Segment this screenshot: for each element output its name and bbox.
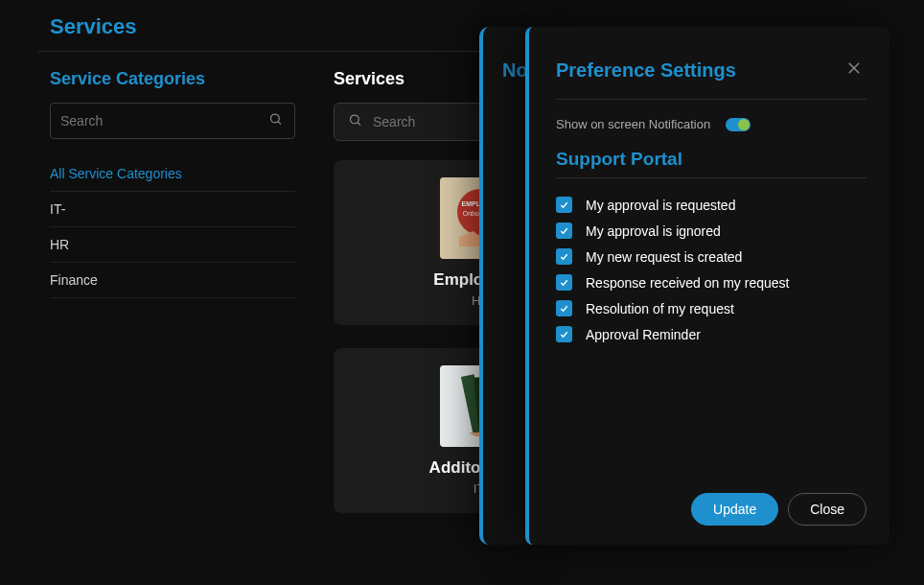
close-button[interactable]: Close — [788, 493, 866, 526]
search-icon — [268, 112, 283, 130]
sidebar-item-finance[interactable]: Finance — [50, 263, 295, 298]
checkbox-resolution[interactable] — [556, 300, 572, 316]
update-button[interactable]: Update — [691, 493, 778, 526]
close-icon[interactable] — [842, 56, 866, 85]
checkbox-approval-ignored[interactable] — [556, 222, 572, 239]
sidebar-item-it[interactable]: IT- — [50, 192, 295, 227]
checkbox-label: My new request is created — [586, 249, 742, 265]
notification-toggle[interactable] — [726, 118, 751, 131]
divider — [556, 177, 866, 178]
divider — [556, 99, 866, 100]
search-icon — [348, 113, 362, 131]
toggle-label: Show on screen Notification — [556, 117, 710, 131]
checkbox-row: My approval is requested — [556, 192, 866, 218]
checkbox-label: Resolution of my request — [586, 301, 734, 316]
checkbox-approval-requested[interactable] — [556, 197, 572, 213]
checkbox-row: My new request is created — [556, 244, 866, 269]
svg-point-0 — [271, 114, 280, 123]
checkbox-label: My approval is requested — [586, 198, 735, 213]
checkbox-row: Approval Reminder — [556, 321, 866, 347]
sidebar: Service Categories All Service Categorie… — [38, 52, 307, 536]
section-title: Support Portal — [556, 149, 866, 170]
checkbox-row: Response received on my request — [556, 269, 866, 295]
checkbox-new-request[interactable] — [556, 248, 572, 265]
checkbox-row: Resolution of my request — [556, 295, 866, 321]
modal-title: Preference Settings — [556, 59, 736, 82]
checkbox-response-received[interactable] — [556, 274, 572, 291]
modal-header: Preference Settings — [556, 56, 866, 85]
sidebar-search-input[interactable] — [60, 113, 260, 129]
sidebar-title: Service Categories — [50, 69, 295, 89]
checkbox-approval-reminder[interactable] — [556, 326, 572, 342]
checkbox-row: My approval is ignored — [556, 218, 866, 244]
preference-modal: Preference Settings Show on screen Notif… — [525, 27, 889, 545]
toggle-row: Show on screen Notification — [556, 117, 866, 131]
svg-line-3 — [358, 123, 360, 126]
modal-footer: Update Close — [556, 493, 866, 526]
sidebar-item-all[interactable]: All Service Categories — [50, 156, 295, 192]
sidebar-item-hr[interactable]: HR — [50, 227, 295, 263]
checkbox-label: Response received on my request — [586, 275, 789, 291]
checkbox-label: My approval is ignored — [586, 223, 721, 239]
checkbox-label: Approval Reminder — [586, 327, 701, 342]
svg-line-1 — [278, 122, 281, 125]
sidebar-search[interactable] — [50, 103, 295, 139]
svg-point-2 — [351, 115, 359, 124]
